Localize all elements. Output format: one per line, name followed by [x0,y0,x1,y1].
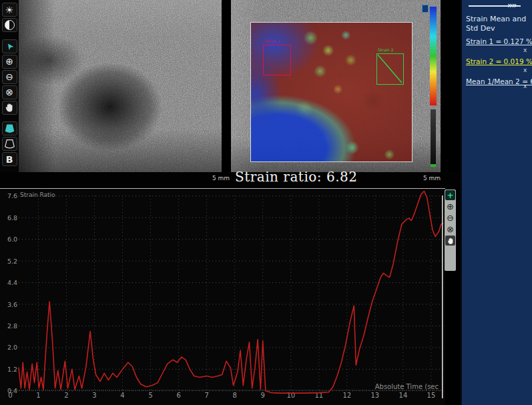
roi-2-box[interactable] [376,53,404,85]
zoom-out-glyph: ⊖ [5,71,13,82]
strain-ratio-chart[interactable]: 0.41.22.02.83.64.45.26.06.87.60123456789… [0,189,445,405]
svg-text:12: 12 [342,392,351,399]
strain-2-value: Strain 2 = 0.019 % [466,57,532,65]
b-mode-glyph: B [6,154,13,165]
zoom-in-glyph: ⊕ [5,56,13,67]
zoom-out-glyph: ⊖ [447,213,454,223]
strain-ratio-banner: Strain ratio: 6.82 [235,169,357,185]
measurements-sidebar: »» Strain Mean and Std Dev Strain 1 = 0.… [461,0,532,405]
image-footer-band [0,172,461,188]
contrast-glyph [5,20,15,30]
pointer-icon[interactable]: ➤ [2,39,17,53]
svg-text:6.0: 6.0 [7,236,17,243]
mean-ratio-close-icon[interactable]: x [523,83,527,89]
zoom-reset-icon[interactable]: ⊗ [2,85,17,99]
scale-label-left: 5 mm [212,175,230,181]
svg-text:1.2: 1.2 [7,366,17,373]
image-marker-icon [422,5,429,13]
grayscale-bar [431,109,436,165]
svg-text:1: 1 [36,392,40,399]
grayscale-bar-tick [431,164,436,167]
svg-text:2: 2 [64,392,68,399]
svg-text:6: 6 [176,392,180,399]
brightness-glyph: ☀ [5,5,14,15]
chart-xlabel: Absolute Time (sec [375,383,439,390]
roi-1-box[interactable] [263,45,291,75]
pan-hand-icon[interactable] [2,101,17,115]
roi-2-label: Strain 2 [378,47,394,52]
add-glyph: + [447,191,453,200]
strain-2-measurement[interactable]: Strain 2 = 0.019 % [466,57,532,65]
brightness-icon[interactable]: ☀ [2,3,17,17]
roi-2-diagonal [377,54,403,83]
roi-1-label: Strain 1 [264,39,280,43]
elastography-app-screen: ☀ ➤ ⊕ ⊖ ⊗ B [0,0,532,405]
graph-pan-button[interactable] [445,236,455,246]
zoom-reset-glyph: ⊗ [5,87,13,97]
bmode-ultrasound-image[interactable] [19,0,222,172]
svg-text:7.6: 7.6 [7,192,17,199]
graph-zoom-out-button[interactable]: ⊖ [445,213,455,223]
zoom-out-icon[interactable]: ⊖ [2,70,17,84]
contrast-icon[interactable] [2,18,17,32]
graph-zoom-reset-button[interactable]: ⊗ [445,224,455,234]
mean-ratio-measurement[interactable]: Mean 1/Mean 2 = 6.82 [466,77,532,85]
zoom-in-glyph: ⊕ [447,201,454,212]
graph-zoom-in-button[interactable]: ⊕ [445,201,455,212]
elastogram-color-map [251,23,412,161]
pan-hand-glyph [447,237,455,245]
svg-text:6.8: 6.8 [7,214,17,222]
strain-1-value: Strain 1 = 0.127 % [466,37,532,45]
chart-title: Strain Ratio [20,191,55,198]
elastogram-overlay-box[interactable]: Strain 1 Strain 2 [250,22,413,162]
strain-1-close-icon[interactable]: x [523,47,527,53]
svg-text:13: 13 [370,392,379,399]
sector-outline-glyph [4,138,15,149]
left-toolbar: ☀ ➤ ⊕ ⊖ ⊗ B [0,0,19,188]
add-marker-button[interactable]: + [445,190,455,200]
elastography-ultrasound-image[interactable]: Strain 1 Strain 2 [231,0,441,172]
svg-text:2.0: 2.0 [7,344,17,351]
b-mode-icon[interactable]: B [2,152,17,166]
sector-probe-active-icon[interactable] [2,121,17,135]
strain-2-close-icon[interactable]: x [523,67,527,73]
svg-text:4.4: 4.4 [7,279,17,286]
svg-text:14: 14 [399,392,408,399]
sector-probe-icon[interactable] [2,137,17,151]
hand-glyph [4,102,15,113]
collapse-chevrons-icon[interactable]: »» [507,0,516,10]
svg-text:8: 8 [232,392,236,399]
svg-text:5: 5 [148,392,152,399]
svg-text:9: 9 [261,392,265,399]
elasticity-colorbar [430,7,437,105]
zoom-in-icon[interactable]: ⊕ [2,55,17,69]
svg-text:4: 4 [120,392,124,399]
svg-text:2.8: 2.8 [7,322,17,330]
mean-ratio-value: Mean 1/Mean 2 = 6.82 [466,77,532,85]
strain-1-measurement[interactable]: Strain 1 = 0.127 % [466,37,532,45]
svg-text:7: 7 [204,392,208,399]
sector-filled-glyph [4,123,15,134]
ultrasound-speckle [19,0,222,172]
pointer-glyph: ➤ [3,40,16,52]
scale-label-right: 5 mm [423,175,441,181]
svg-text:15: 15 [427,392,436,399]
svg-text:3.6: 3.6 [7,301,17,308]
svg-text:5.2: 5.2 [7,258,17,265]
zoom-reset-glyph: ⊗ [447,224,454,234]
svg-text:3: 3 [92,392,96,399]
graph-mini-toolbar: + ⊕ ⊖ ⊗ [445,189,456,271]
svg-text:0: 0 [8,392,12,399]
sidebar-title: Strain Mean and Std Dev [466,15,531,33]
strain-ratio-graph-panel: 0.41.22.02.83.64.45.26.06.87.60123456789… [0,188,445,405]
